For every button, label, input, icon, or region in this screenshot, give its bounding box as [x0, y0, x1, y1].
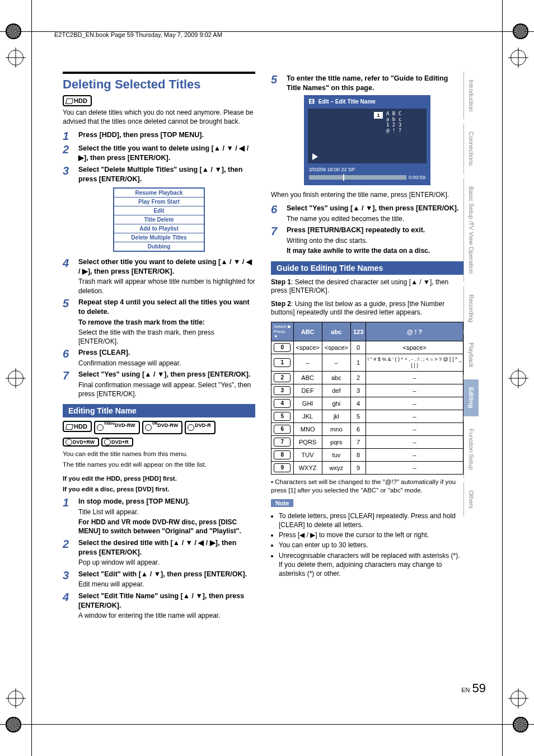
- disc-badge: DVD+R: [101, 438, 133, 447]
- section-tab[interactable]: Basic Setup /TV View Operation: [463, 179, 479, 282]
- table-row: 0<space><space>0<space>: [271, 341, 463, 354]
- heading-guide: Guide to Editing Title Names: [271, 261, 463, 275]
- heading-deleting-titles: Deleting Selected Titles: [63, 77, 255, 92]
- section-tab[interactable]: Others: [463, 482, 479, 516]
- table-cell: 5: [350, 410, 366, 423]
- step-body: To enter the title name, refer to "Guide…: [287, 74, 463, 93]
- step: 4Select other title you want to delete u…: [63, 257, 255, 295]
- table-cell: 0: [271, 341, 294, 354]
- step: 4Select "Edit Title Name" using [▲ / ▼],…: [63, 591, 255, 621]
- note-item: Press [◀ / ▶] to move the cursor to the …: [279, 530, 463, 539]
- step-number: 1: [63, 497, 73, 536]
- table-cell: 4: [271, 397, 294, 410]
- table-cell: abc: [322, 372, 350, 384]
- section-tab[interactable]: Introduction: [463, 72, 479, 119]
- table-cell: pqrs: [322, 436, 350, 449]
- table-cell: –: [293, 354, 322, 372]
- right-column: 5To enter the title name, refer to "Guid…: [271, 72, 463, 623]
- step-body: Press [CLEAR].Confirmation message will …: [78, 348, 255, 368]
- step-number: 2: [63, 144, 73, 163]
- tv-titlebar: 🎞 Edit – Edit Title Name: [306, 97, 429, 106]
- keycap: 8: [274, 450, 291, 459]
- popup-menu: Resume PlaybackPlay From StartEditTitle …: [113, 187, 205, 252]
- crop-line-left: [31, 0, 32, 756]
- table-row: 4GHIghi4–: [271, 397, 463, 410]
- table-cell: 6: [350, 423, 366, 436]
- step: 5Repeat step 4 until you select all the …: [63, 298, 255, 346]
- table-cell: PQRS: [293, 436, 322, 449]
- table-cell: ! " # $ % & ' ( ) * + , - . / : ; < = > …: [366, 354, 463, 372]
- step: 1Press [HDD], then press [TOP MENU].: [63, 130, 255, 142]
- note-item: You can enter up to 30 letters.: [279, 541, 463, 550]
- step-body: Press [HDD], then press [TOP MENU].: [78, 130, 255, 142]
- table-cell: 9: [271, 462, 294, 475]
- table-cell: ABC: [293, 372, 322, 384]
- table-cell: DEF: [293, 384, 322, 397]
- badge-hdd: HDD: [63, 95, 92, 106]
- step: 5To enter the title name, refer to "Guid…: [271, 74, 463, 93]
- left-column: Deleting Selected Titles HDD You can del…: [63, 72, 255, 623]
- table-cell: –: [366, 372, 463, 384]
- step-number: 2: [63, 538, 73, 567]
- step-number: 3: [63, 570, 73, 589]
- table-cell: 0: [350, 341, 366, 354]
- step-number: 6: [271, 204, 281, 223]
- notes-list: To delete letters, press [CLEAR] repeate…: [271, 511, 463, 578]
- step-number: 4: [63, 591, 73, 621]
- keycap: 1: [274, 358, 291, 367]
- keycap: 3: [274, 386, 291, 395]
- table-row: 6MNOmno6–: [271, 423, 463, 436]
- disc-badge: VideoDVD-RW: [94, 421, 140, 434]
- section-tab[interactable]: Playback: [463, 335, 479, 375]
- section-tab[interactable]: Function Setup: [463, 421, 479, 478]
- table-row: 2ABCabc2–: [271, 372, 463, 384]
- table-row: 9WXYZwxyz9–: [271, 462, 463, 475]
- table-cell: WXYZ: [293, 462, 322, 475]
- header-print-info: E2TC2BD_EN.book Page 59 Thursday, May 7,…: [54, 31, 222, 38]
- registration-mark: [508, 368, 528, 388]
- table-header: @ ! ?: [366, 322, 463, 341]
- section-tab[interactable]: Recording: [463, 287, 479, 330]
- tv-time: 0:00:59: [409, 175, 425, 180]
- disc-badges-row-1: HDDVideoDVD-RWVRDVD-RWDVD-R: [63, 421, 255, 434]
- table-cell: –: [366, 397, 463, 410]
- step-body: Repeat step 4 until you select all the t…: [78, 298, 255, 346]
- section-tab[interactable]: Connections: [463, 124, 479, 173]
- registration-mark: [6, 688, 26, 708]
- step: 6Press [CLEAR].Confirmation message will…: [63, 348, 255, 368]
- keycap: 7: [274, 438, 291, 447]
- tv-grid-row: 1 2 3: [386, 122, 401, 128]
- note-item: Unrecognisable characters will be replac…: [279, 551, 463, 579]
- table-footnote: • Characters set will be changed to the …: [271, 478, 463, 495]
- step-body: Select the desired title with [▲ / ▼ / ◀…: [78, 538, 255, 567]
- progress-bar: [309, 175, 406, 180]
- edit-intro-2: The title names you edit will appear on …: [63, 461, 255, 469]
- table-cell: –: [366, 410, 463, 423]
- step: 2Select the title you want to delete usi…: [63, 144, 255, 163]
- table-cell: 7: [271, 436, 294, 449]
- step-body: Select "Yes" using [▲ / ▼], then press […: [78, 370, 255, 398]
- table-cell: MNO: [293, 423, 322, 436]
- section-rule: [63, 72, 255, 74]
- step-body: Select "Delete Multiple Titles" using [▲…: [78, 165, 255, 184]
- table-cell: 8: [350, 449, 366, 462]
- section-tab[interactable]: Editing: [463, 379, 479, 416]
- guide-step-2: Step 2: Using the list below as a guide,…: [271, 300, 463, 317]
- table-cell: <space>: [293, 341, 322, 354]
- table-header: 123: [350, 322, 366, 341]
- step: 7Press [RETURN/BACK] repeatedly to exit.…: [271, 226, 463, 255]
- step-number: 7: [63, 370, 73, 398]
- popup-item: Title Delete: [114, 215, 204, 224]
- table-cell: 8: [271, 449, 294, 462]
- tv-grid-row: A B C: [386, 111, 401, 116]
- step-number: 4: [63, 257, 73, 295]
- steps-block-2: 4Select other title you want to delete u…: [63, 257, 255, 399]
- table-cell: GHI: [293, 397, 322, 410]
- table-cell: TUV: [293, 449, 322, 462]
- disc-badge: DVD+RW: [63, 438, 99, 447]
- popup-item: Add to Playlist: [114, 224, 204, 233]
- table-cell: 4: [350, 397, 366, 410]
- registration-mark: [6, 368, 26, 388]
- registration-mark: [508, 688, 528, 708]
- table-header: abc: [322, 322, 350, 341]
